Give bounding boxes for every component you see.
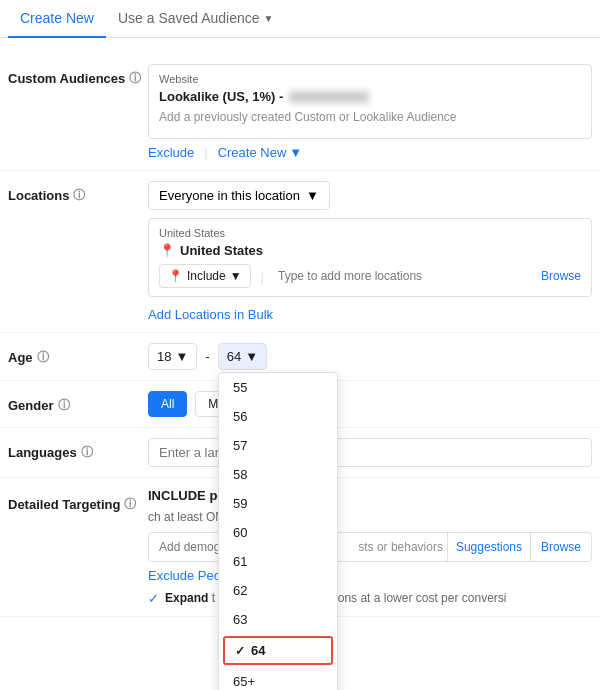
- chevron-down-icon: ▼: [264, 13, 274, 24]
- age-option-63[interactable]: 63: [219, 605, 337, 634]
- tab-create-new[interactable]: Create New: [8, 0, 106, 38]
- custom-audiences-content: Website Lookalike (US, 1%) - Add a previ…: [148, 64, 592, 160]
- gender-content: All Men Women: [148, 391, 592, 417]
- targeting-browse-button[interactable]: Browse: [530, 533, 591, 561]
- check-icon: ✓: [148, 591, 159, 606]
- detailed-targeting-content: INCLUDE pe ch at least ONE of the follow…: [148, 488, 592, 606]
- info-icon-targeting[interactable]: ⓘ: [124, 496, 136, 513]
- age-option-56[interactable]: 56: [219, 402, 337, 431]
- include-separator: |: [261, 269, 264, 284]
- age-option-60[interactable]: 60: [219, 518, 337, 547]
- targeting-input-row: sts or behaviors Suggestions Browse: [148, 532, 592, 562]
- blurred-name: [289, 91, 369, 103]
- audience-box: Website Lookalike (US, 1%) - Add a previ…: [148, 64, 592, 139]
- exclude-people-link[interactable]: Exclude Peop: [148, 568, 592, 583]
- age-option-57[interactable]: 57: [219, 431, 337, 460]
- exclude-button[interactable]: Exclude: [148, 145, 194, 160]
- location-box: United States 📍 United States 📍 Include …: [148, 218, 592, 297]
- detailed-targeting-label: Detailed Targeting ⓘ: [8, 488, 148, 513]
- include-description: ch at least ONE of the following ⓘ: [148, 509, 592, 526]
- info-icon-audiences[interactable]: ⓘ: [129, 70, 141, 87]
- add-bulk-link[interactable]: Add Locations in Bulk: [148, 307, 273, 322]
- audience-actions: Exclude | Create New ▼: [148, 145, 592, 160]
- location-type-dropdown[interactable]: Everyone in this location ▼: [148, 181, 330, 210]
- include-dropdown[interactable]: 📍 Include ▼: [159, 264, 251, 288]
- age-content: 18 ▼ - 64 ▼: [148, 343, 592, 370]
- age-option-59[interactable]: 59: [219, 489, 337, 518]
- include-people-label: INCLUDE pe: [148, 488, 592, 503]
- age-option-61[interactable]: 61: [219, 547, 337, 576]
- separator: |: [204, 145, 207, 160]
- info-icon-gender[interactable]: ⓘ: [58, 397, 70, 414]
- chevron-down-icon-location: ▼: [306, 188, 319, 203]
- languages-content: [148, 438, 592, 467]
- include-row: 📍 Include ▼ | Browse: [159, 264, 581, 288]
- website-label: Website: [159, 73, 581, 85]
- age-option-58[interactable]: 58: [219, 460, 337, 489]
- audience-placeholder: Add a previously created Custom or Looka…: [159, 104, 581, 130]
- gender-buttons-row: All Men Women: [148, 391, 592, 417]
- age-gender-row: 18 ▼ - 64 ▼: [148, 343, 592, 370]
- locations-row: Locations ⓘ Everyone in this location ▼ …: [0, 171, 600, 333]
- gender-all-button[interactable]: All: [148, 391, 187, 417]
- pin-icon-small: 📍: [168, 269, 183, 283]
- locations-content: Everyone in this location ▼ United State…: [148, 181, 592, 322]
- chevron-down-icon-audience: ▼: [289, 145, 302, 160]
- custom-audiences-row: Custom Audiences ⓘ Website Lookalike (US…: [0, 54, 600, 171]
- country-label: United States: [159, 227, 581, 239]
- chevron-down-icon-age-from: ▼: [175, 349, 188, 364]
- create-new-audience-button[interactable]: Create New ▼: [218, 145, 303, 160]
- location-browse-button[interactable]: Browse: [541, 269, 581, 283]
- age-to-dropdown-menu: 55 56 57 58 59 60 61 62 63 ✓ 64 65+: [218, 372, 338, 690]
- languages-label: Languages ⓘ: [8, 438, 148, 461]
- tab-use-saved[interactable]: Use a Saved Audience ▼: [106, 0, 286, 38]
- info-icon-age[interactable]: ⓘ: [37, 349, 49, 366]
- suggestions-button[interactable]: Suggestions: [447, 533, 530, 561]
- selected-check: ✓: [235, 644, 245, 658]
- age-label: Age ⓘ: [8, 343, 148, 366]
- age-option-62[interactable]: 62: [219, 576, 337, 605]
- targeting-behaviors-label: sts or behaviors: [354, 533, 447, 561]
- age-to-dropdown[interactable]: 64 ▼: [218, 343, 267, 370]
- info-icon-languages[interactable]: ⓘ: [81, 444, 93, 461]
- location-search-input[interactable]: [274, 265, 535, 287]
- language-input[interactable]: [148, 438, 592, 467]
- info-icon-locations[interactable]: ⓘ: [73, 187, 85, 204]
- age-option-64[interactable]: ✓ 64: [223, 636, 333, 665]
- gender-label: Gender ⓘ: [8, 391, 148, 414]
- locations-label: Locations ⓘ: [8, 181, 148, 204]
- tabs-container: Create New Use a Saved Audience ▼: [0, 0, 600, 38]
- age-option-65plus[interactable]: 65+: [219, 667, 337, 690]
- pin-icon: 📍: [159, 243, 175, 258]
- lookalike-audience: Lookalike (US, 1%) -: [159, 89, 581, 104]
- custom-audiences-label: Custom Audiences ⓘ: [8, 64, 148, 87]
- country-name: 📍 United States: [159, 243, 581, 258]
- chevron-down-icon-age-to: ▼: [245, 349, 258, 364]
- chevron-down-icon-include: ▼: [230, 269, 242, 283]
- age-option-55[interactable]: 55: [219, 373, 337, 402]
- expand-row: ✓ Expand t may increase conversions at a…: [148, 591, 592, 606]
- age-from-dropdown[interactable]: 18 ▼: [148, 343, 197, 370]
- age-dash: -: [205, 349, 209, 364]
